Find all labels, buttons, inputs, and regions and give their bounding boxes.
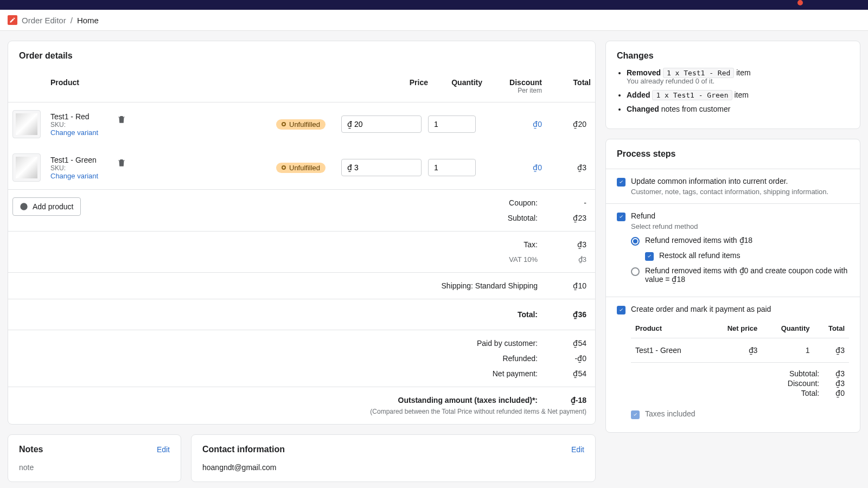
refunded-label: Refunded: <box>502 354 538 363</box>
product-thumb <box>12 110 41 138</box>
delete-item-button[interactable] <box>114 112 129 128</box>
refund-option1-label: Refund removed items with ₫18 <box>645 236 752 245</box>
refund-option2-radio[interactable] <box>631 267 640 276</box>
change-tag: 1 x Test1 - Green <box>652 90 732 100</box>
outstanding-note: (Compared between the Total Price withou… <box>8 408 595 415</box>
product-name: Test1 - Green <box>50 156 98 164</box>
breadcrumb: Order Editor / Home <box>0 10 868 31</box>
order-details-card: Order details Product Price Quantity Dis… <box>8 41 596 425</box>
shipping-val: ₫10 <box>559 281 586 290</box>
notes-title: Notes <box>19 445 43 454</box>
mt-col-netprice: Net price <box>707 319 762 338</box>
col-price: Price <box>341 78 428 94</box>
change-item: Removed 1 x Test1 - Red item You already… <box>627 68 849 85</box>
price-input[interactable] <box>341 115 422 133</box>
subtotal-val: ₫23 <box>559 214 586 222</box>
trash-icon <box>117 158 126 168</box>
mt-discount-val: ₫3 <box>835 379 845 388</box>
row-total: ₫3 <box>542 163 591 172</box>
avatar-icon[interactable] <box>797 0 803 5</box>
trash-icon <box>117 114 126 124</box>
col-total: Total <box>542 78 591 94</box>
product-name: Test1 - Red <box>50 112 98 121</box>
restock-checkbox[interactable] <box>645 252 654 261</box>
taxes-included-checkbox[interactable] <box>631 410 640 419</box>
breadcrumb-sep: / <box>71 16 73 25</box>
taxes-included-label: Taxes included <box>645 409 695 418</box>
mt-total-label: Total: <box>801 389 819 397</box>
mt-col-total: Total <box>814 319 849 338</box>
tax-sub-label: VAT 10% <box>509 255 538 264</box>
process-steps-card: Process steps Update common information … <box>605 139 860 433</box>
step2-label: Refund <box>631 211 849 220</box>
notes-body: note <box>19 459 170 472</box>
col-discount: Discount <box>482 78 542 87</box>
notes-edit-link[interactable]: Edit <box>157 445 170 454</box>
col-quantity: Quantity <box>428 78 482 94</box>
coupon-val: - <box>559 198 586 207</box>
process-title: Process steps <box>617 149 849 159</box>
subtotal-label: Subtotal: <box>508 214 538 222</box>
contact-edit-link[interactable]: Edit <box>571 445 584 454</box>
outstanding-label: Outstanding amount (taxes included)*: <box>398 396 538 404</box>
quantity-input[interactable] <box>428 159 476 176</box>
discount-link[interactable]: ₫0 <box>482 120 542 129</box>
step3-checkbox[interactable] <box>617 306 626 314</box>
breadcrumb-app[interactable]: Order Editor <box>22 16 66 25</box>
step2-checkbox[interactable] <box>617 213 626 221</box>
change-variant-link[interactable]: Change variant <box>50 129 98 137</box>
paid-val: ₫54 <box>559 339 586 348</box>
step3-table: Product Net price Quantity Total Test1 -… <box>631 319 849 363</box>
restock-label: Restock all refund items <box>659 251 740 260</box>
contact-card: Contact information Edit hoangndt@gmail.… <box>191 434 596 482</box>
col-product: Product <box>50 78 276 94</box>
step1-sub: Customer, note, tags, contact informatio… <box>631 188 849 196</box>
total-label: Total: <box>518 310 538 319</box>
change-variant-link[interactable]: Change variant <box>50 172 98 180</box>
top-nav-bar <box>0 0 868 10</box>
total-val: ₫36 <box>559 310 586 319</box>
order-row: Test1 - Green SKU: Change variant Unfulf… <box>8 146 595 189</box>
net-val: ₫54 <box>559 369 586 378</box>
changes-card: Changes Removed 1 x Test1 - Red item You… <box>605 41 860 129</box>
refund-option2-label: Refund removed items with ₫0 and create … <box>645 266 849 284</box>
tax-sub-val: ₫3 <box>559 255 586 264</box>
discount-link[interactable]: ₫0 <box>482 163 542 172</box>
order-table-header: Product Price Quantity Discount Per item… <box>8 70 595 102</box>
mt-subtotal-label: Subtotal: <box>789 369 819 378</box>
shipping-label: Shipping: Standard Shipping <box>442 281 538 290</box>
tax-val: ₫3 <box>559 240 586 249</box>
mt-discount-label: Discount: <box>788 379 819 388</box>
status-dot-icon <box>282 122 286 126</box>
step3-label: Create order and mark it payment as paid <box>631 305 849 313</box>
change-sub: You already refunded 0 of it. <box>627 77 849 85</box>
row-total: ₫20 <box>542 120 591 129</box>
price-input[interactable] <box>341 159 422 176</box>
add-product-button[interactable]: Add product <box>12 197 81 216</box>
notes-card: Notes Edit note <box>8 434 181 482</box>
delete-item-button[interactable] <box>114 156 129 171</box>
net-label: Net payment: <box>493 369 538 378</box>
step1-checkbox[interactable] <box>617 178 626 187</box>
mt-col-qty: Quantity <box>762 319 814 338</box>
mt-total-val: ₫0 <box>835 389 845 397</box>
app-logo-icon <box>8 15 17 25</box>
paid-label: Paid by customer: <box>477 339 538 348</box>
coupon-label: Coupon: <box>509 198 538 207</box>
product-sku: SKU: <box>50 121 98 129</box>
table-row: Test1 - Green ₫3 1 ₫3 <box>631 338 849 363</box>
status-badge: Unfulfilled <box>276 163 326 173</box>
quantity-input[interactable] <box>428 115 476 133</box>
order-details-title: Order details <box>19 51 584 61</box>
tax-label: Tax: <box>524 240 538 249</box>
product-thumb <box>12 153 41 182</box>
refunded-val: -₫0 <box>559 354 586 363</box>
outstanding-val: ₫-18 <box>559 396 586 404</box>
order-row: Test1 - Red SKU: Change variant Unfulfil… <box>8 102 595 146</box>
status-dot-icon <box>282 165 286 170</box>
breadcrumb-current[interactable]: Home <box>77 16 99 25</box>
refund-option1-radio[interactable] <box>631 237 640 246</box>
step1-label: Update common information into current o… <box>631 177 849 185</box>
product-sku: SKU: <box>50 164 98 172</box>
col-discount-sub: Per item <box>482 87 542 94</box>
